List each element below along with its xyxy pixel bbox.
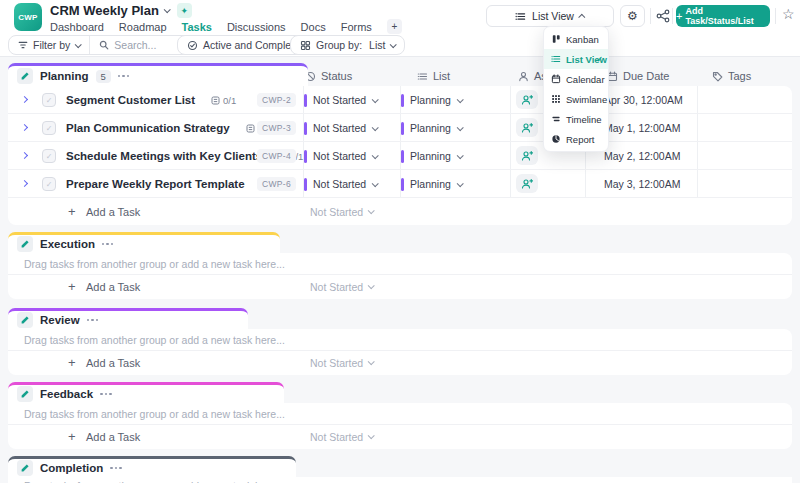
task-row[interactable]: ✓ Plan Communication Strategy 0/1 CWP-3 … [8, 114, 792, 142]
group-menu-icon[interactable] [110, 467, 122, 470]
menu-item-kanban[interactable]: Kanban [544, 29, 608, 49]
task-name[interactable]: Segment Customer List [66, 94, 195, 106]
workspace-logo: CWP [14, 3, 42, 31]
due-date-cell[interactable]: May 1, 12:00AM [604, 114, 680, 142]
task-name[interactable]: Prepare Weekly Report Template [66, 178, 245, 190]
group-menu-icon[interactable] [100, 393, 112, 396]
add-task-status-list-button[interactable]: + Add Task/Status/List [676, 5, 770, 27]
menu-item-report[interactable]: Report [544, 129, 608, 149]
plus-icon: + [68, 204, 76, 219]
task-row[interactable]: ✓ Segment Customer List 0/1 CWP-2 Not St… [8, 86, 792, 114]
group-header-planning[interactable]: Planning 5 [8, 63, 308, 86]
share-icon [656, 9, 670, 23]
tab-tasks[interactable]: Tasks [182, 21, 212, 33]
assign-user-button[interactable] [516, 174, 538, 193]
group-header-feedback[interactable]: Feedback [8, 382, 284, 403]
drag-hint-row: Drag tasks from another group or add a n… [8, 329, 792, 351]
chevron-down-icon [457, 180, 464, 187]
task-row[interactable]: ✓ Schedule Meetings with Key Clients 0/1… [8, 142, 792, 170]
expand-chevron-icon[interactable] [21, 124, 28, 131]
task-checkbox[interactable]: ✓ [42, 93, 56, 107]
column-header-list[interactable]: List [417, 66, 450, 86]
list-color-bar [401, 122, 404, 135]
due-date-cell[interactable]: May 3, 12:00AM [604, 170, 680, 198]
share-button[interactable] [656, 9, 670, 23]
default-status[interactable]: Not Started [310, 206, 373, 218]
column-header-tags[interactable]: Tags [712, 66, 751, 86]
column-header-due-date[interactable]: Due Date [607, 66, 669, 86]
chevron-down-icon [372, 152, 379, 159]
group-card-review: Drag tasks from another group or add a n… [8, 329, 792, 375]
settings-button[interactable]: ⚙ [620, 5, 645, 27]
list-icon [417, 71, 428, 82]
assign-user-button[interactable] [516, 118, 538, 137]
status-cell[interactable]: Not Started [304, 170, 377, 198]
filter-by-button[interactable]: Filter by [9, 36, 89, 54]
list-view-icon [515, 11, 526, 22]
add-task-row[interactable]: + Add a Task Not Started [8, 275, 792, 298]
default-status[interactable]: Not Started [310, 281, 373, 293]
tab-discussions[interactable]: Discussions [227, 21, 286, 33]
plus-icon: + [676, 10, 682, 22]
add-tab-button[interactable]: + [387, 19, 402, 34]
gear-icon: ⚙ [627, 9, 638, 23]
chevron-down-icon [457, 152, 464, 159]
group-by-pill[interactable]: Group by: List [290, 35, 405, 55]
menu-item-list-view[interactable]: List View ✓ [544, 49, 608, 69]
list-cell[interactable]: Planning [401, 114, 462, 142]
due-date-cell[interactable]: Apr 30, 12:00AM [604, 86, 683, 114]
column-header-status[interactable]: Status [305, 66, 352, 86]
sparkle-icon[interactable]: ✦ [177, 3, 192, 18]
drag-hint-row: Drag tasks from another group or add a n… [8, 403, 792, 425]
chevron-down-icon [457, 96, 464, 103]
group-menu-icon[interactable] [118, 75, 130, 78]
group-card-completion: Drag tasks from another group or add a n… [8, 477, 792, 483]
top-bar: CWP CRM Weekly Plan ✦ Dashboard Roadmap … [0, 0, 800, 57]
menu-item-timeline[interactable]: Timeline [544, 109, 608, 129]
group-edit-icon [17, 460, 33, 476]
due-date-cell[interactable]: May 2, 12:00AM [604, 142, 680, 170]
group-menu-icon[interactable] [102, 243, 114, 246]
status-color-bar [304, 150, 307, 163]
kanban-icon [551, 34, 561, 44]
group-header-execution[interactable]: Execution [8, 232, 280, 253]
status-cell[interactable]: Not Started [304, 142, 377, 170]
swimlane-icon [551, 94, 561, 104]
group-header-completion[interactable]: Completion [8, 456, 296, 477]
view-switcher-button[interactable]: List View [486, 5, 614, 27]
task-name[interactable]: Schedule Meetings with Key Clients [66, 150, 262, 162]
task-checkbox[interactable]: ✓ [42, 177, 56, 191]
assign-user-button[interactable] [516, 90, 538, 109]
add-task-row[interactable]: + Add a Task Not Started [8, 425, 792, 448]
chevron-down-icon [390, 41, 397, 48]
list-cell[interactable]: Planning [401, 86, 462, 114]
group-menu-icon[interactable] [87, 319, 99, 322]
task-row[interactable]: ✓ Prepare Weekly Report Template 0/1 CWP… [8, 170, 792, 198]
add-task-row[interactable]: + Add a Task Not Started [8, 351, 792, 374]
expand-chevron-icon[interactable] [21, 96, 28, 103]
group-card-execution: Drag tasks from another group or add a n… [8, 253, 792, 299]
task-id-badge: CWP-3 [257, 121, 296, 135]
expand-chevron-icon[interactable] [21, 152, 28, 159]
list-cell[interactable]: Planning [401, 170, 462, 198]
expand-chevron-icon[interactable] [21, 180, 28, 187]
title-chevron-down-icon[interactable] [164, 6, 171, 13]
task-checkbox[interactable]: ✓ [42, 121, 56, 135]
menu-item-swimlane[interactable]: Swimlane [544, 89, 608, 109]
tab-roadmap[interactable]: Roadmap [119, 21, 167, 33]
default-status[interactable]: Not Started [310, 357, 373, 369]
status-cell[interactable]: Not Started [304, 114, 377, 142]
task-name[interactable]: Plan Communication Strategy [66, 122, 230, 134]
tab-dashboard[interactable]: Dashboard [50, 21, 104, 33]
tab-forms[interactable]: Forms [341, 21, 372, 33]
favorite-star-icon[interactable]: ☆ [782, 6, 795, 22]
default-status[interactable]: Not Started [310, 431, 373, 443]
status-cell[interactable]: Not Started [304, 86, 377, 114]
tab-docs[interactable]: Docs [301, 21, 326, 33]
add-task-row[interactable]: + Add a Task Not Started [8, 198, 792, 225]
task-checkbox[interactable]: ✓ [42, 149, 56, 163]
list-cell[interactable]: Planning [401, 142, 462, 170]
assign-user-button[interactable] [516, 146, 538, 165]
menu-item-calendar[interactable]: Calendar [544, 69, 608, 89]
group-header-review[interactable]: Review [8, 308, 248, 329]
